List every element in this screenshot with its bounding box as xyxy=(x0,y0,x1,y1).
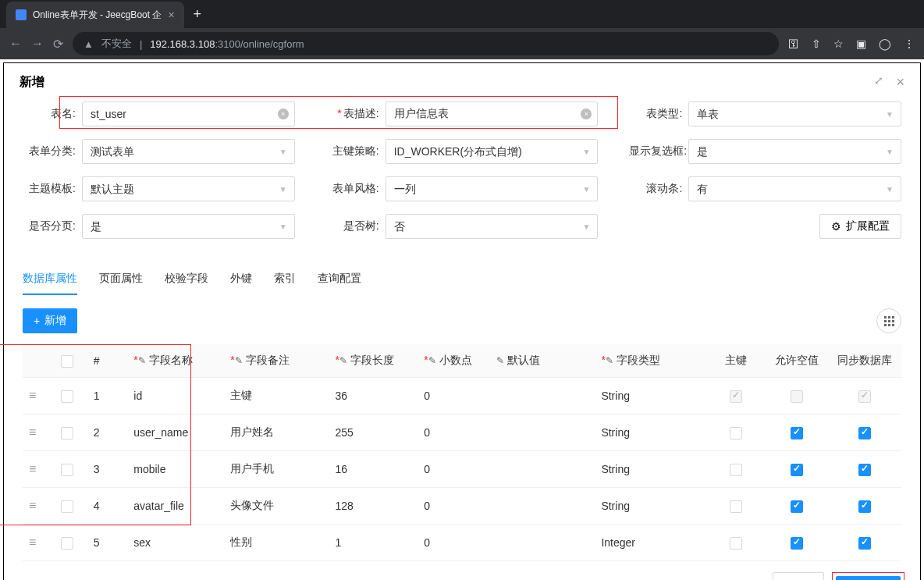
key-icon[interactable]: ⚿ xyxy=(788,37,799,50)
scrollbar-select[interactable]: 有 xyxy=(688,176,901,201)
cell-index: 3 xyxy=(87,451,128,488)
sync-checkbox[interactable] xyxy=(858,427,871,439)
tab-bar: Online表单开发 - JeecgBoot 企 × + xyxy=(0,0,924,28)
is-tree-select[interactable]: 否 xyxy=(386,214,599,239)
cell-default[interactable] xyxy=(490,525,595,561)
add-row-button[interactable]: + 新增 xyxy=(23,308,77,333)
cell-type[interactable]: Integer xyxy=(595,525,708,561)
pagination-select[interactable]: 是 xyxy=(82,214,295,239)
pk-checkbox[interactable] xyxy=(730,427,742,439)
row-checkbox[interactable] xyxy=(61,464,73,476)
cell-type[interactable]: String xyxy=(595,415,708,451)
null-checkbox[interactable] xyxy=(791,500,803,513)
row-checkbox[interactable] xyxy=(61,500,73,513)
cell-field-name[interactable]: id xyxy=(127,378,224,415)
cell-length[interactable]: 36 xyxy=(329,378,418,415)
pk-checkbox[interactable] xyxy=(730,537,742,550)
close-tab-icon[interactable]: × xyxy=(168,9,174,21)
clear-icon[interactable]: × xyxy=(278,109,289,119)
forward-icon[interactable]: → xyxy=(31,37,44,51)
star-icon[interactable]: ☆ xyxy=(833,37,844,50)
drag-handle-icon[interactable]: ≡ xyxy=(29,389,36,402)
reload-icon[interactable]: ⟳ xyxy=(53,37,63,52)
cell-remark[interactable]: 头像文件 xyxy=(224,488,329,525)
row-checkbox[interactable] xyxy=(61,537,73,550)
ext-config-button[interactable]: ⚙ 扩展配置 xyxy=(819,214,901,239)
cell-decimal[interactable]: 0 xyxy=(418,451,490,488)
cell-decimal[interactable]: 0 xyxy=(418,378,490,415)
tab-index[interactable]: 索引 xyxy=(274,264,296,295)
drag-handle-icon[interactable]: ≡ xyxy=(29,499,36,512)
tab-foreign-key[interactable]: 外键 xyxy=(230,264,252,295)
row-checkbox[interactable] xyxy=(61,427,73,439)
null-checkbox[interactable] xyxy=(791,427,803,439)
cell-remark[interactable]: 用户手机 xyxy=(224,451,329,488)
cell-type[interactable]: String xyxy=(595,488,708,525)
theme-template-select[interactable]: 默认主题 xyxy=(82,176,295,201)
cell-decimal[interactable]: 0 xyxy=(418,415,490,451)
form-style-select[interactable]: 一列 xyxy=(386,176,599,201)
null-checkbox[interactable] xyxy=(791,464,803,476)
cell-decimal[interactable]: 0 xyxy=(418,525,490,561)
cell-remark[interactable]: 用户姓名 xyxy=(224,415,329,451)
tab-query-config[interactable]: 查询配置 xyxy=(318,264,361,295)
close-button[interactable]: 关 闭 xyxy=(773,572,824,580)
col-sync: 同步数据库 xyxy=(829,344,901,378)
table-section: + 新增 # *✎字段名称 *✎字段备注 *✎字段长度 *✎小数点 ✎默认值 xyxy=(4,296,920,561)
save-button[interactable]: ▤ 保 存 xyxy=(836,576,901,580)
cell-length[interactable]: 16 xyxy=(329,451,418,488)
new-tab-button[interactable]: + xyxy=(194,6,202,23)
cell-length[interactable]: 1 xyxy=(329,525,418,561)
pk-checkbox[interactable] xyxy=(730,500,742,513)
sync-checkbox[interactable] xyxy=(858,500,871,513)
cell-decimal[interactable]: 0 xyxy=(418,488,490,525)
extensions-icon[interactable]: ▣ xyxy=(856,37,866,50)
cell-remark[interactable]: 主键 xyxy=(224,378,329,415)
cell-index: 5 xyxy=(87,525,128,561)
url-bar[interactable]: ▲ 不安全 | 192.168.3.108:3100/online/cgform xyxy=(73,32,779,55)
select-all-checkbox[interactable] xyxy=(61,355,73,368)
cell-default[interactable] xyxy=(490,378,595,415)
cell-field-name[interactable]: sex xyxy=(127,525,224,561)
show-checkbox-select[interactable]: 是 xyxy=(688,139,901,164)
sync-checkbox[interactable] xyxy=(858,537,871,550)
cell-type[interactable]: String xyxy=(595,451,708,488)
tab-db-props[interactable]: 数据库属性 xyxy=(23,264,77,295)
cell-field-name[interactable]: user_name xyxy=(127,415,224,451)
profile-icon[interactable]: ◯ xyxy=(879,37,891,50)
sync-checkbox[interactable] xyxy=(858,464,871,476)
cell-length[interactable]: 128 xyxy=(329,488,418,525)
row-checkbox[interactable] xyxy=(61,390,73,403)
fullscreen-icon[interactable]: ⤢ xyxy=(874,74,883,91)
menu-icon[interactable]: ⋮ xyxy=(904,37,915,50)
edit-icon: ✎ xyxy=(138,355,146,366)
edit-icon: ✎ xyxy=(235,355,243,366)
drag-handle-icon[interactable]: ≡ xyxy=(29,425,36,439)
tab-page-props[interactable]: 页面属性 xyxy=(99,264,143,295)
cell-default[interactable] xyxy=(490,451,595,488)
drag-handle-icon[interactable]: ≡ xyxy=(29,462,36,475)
back-icon[interactable]: ← xyxy=(9,37,22,51)
cell-default[interactable] xyxy=(490,488,595,525)
share-icon[interactable]: ⇧ xyxy=(812,37,821,50)
cell-default[interactable] xyxy=(490,415,595,451)
clear-icon[interactable]: × xyxy=(581,109,592,119)
cell-type[interactable]: String xyxy=(595,378,708,415)
pk-strategy-select[interactable]: ID_WORKER(分布式自增) xyxy=(386,139,599,164)
tab-validation[interactable]: 校验字段 xyxy=(165,264,208,295)
null-checkbox[interactable] xyxy=(791,537,803,550)
close-icon[interactable]: × xyxy=(896,74,904,91)
pk-checkbox[interactable] xyxy=(730,464,742,476)
table-type-select[interactable]: 单表 xyxy=(688,101,901,126)
table-name-input[interactable] xyxy=(82,101,295,126)
form-category-select[interactable]: 测试表单 xyxy=(82,139,295,164)
table-desc-input[interactable] xyxy=(386,101,599,126)
cell-length[interactable]: 255 xyxy=(329,415,418,451)
modal-header: 新增 ⤢ × xyxy=(4,63,920,101)
cell-remark[interactable]: 性别 xyxy=(224,525,329,561)
column-settings-button[interactable] xyxy=(876,308,901,333)
browser-tab[interactable]: Online表单开发 - JeecgBoot 企 × xyxy=(6,2,184,28)
drag-handle-icon[interactable]: ≡ xyxy=(29,536,36,549)
cell-field-name[interactable]: mobile xyxy=(127,451,224,488)
cell-field-name[interactable]: avatar_file xyxy=(127,488,224,525)
